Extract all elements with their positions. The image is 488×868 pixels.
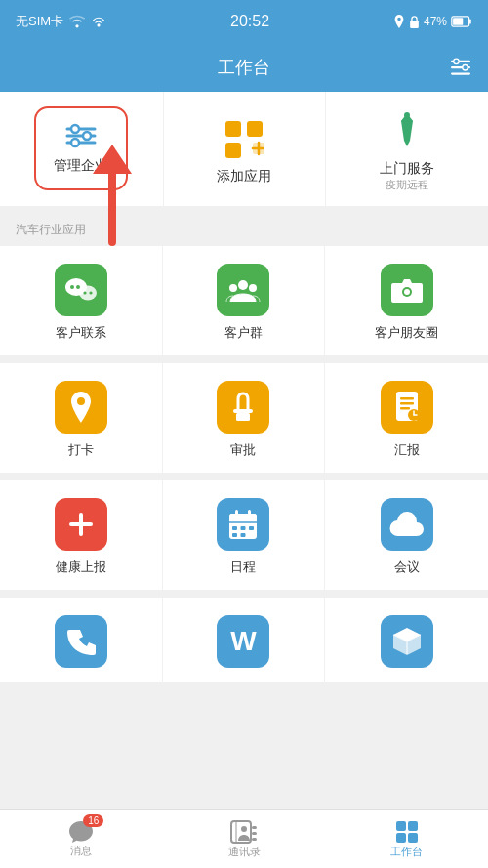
svg-rect-38 (400, 402, 414, 405)
health-report-label: 健康上报 (56, 558, 106, 576)
svg-rect-64 (252, 838, 257, 841)
location-pin-icon (67, 390, 95, 425)
nav-contacts[interactable]: 通讯录 (163, 810, 326, 868)
cloud-icon (389, 511, 425, 538)
nav-messages-label: 消息 (70, 844, 92, 858)
wechat-icon (64, 276, 98, 304)
svg-rect-3 (469, 19, 471, 23)
settings-button[interactable] (449, 58, 472, 77)
group-icon (225, 276, 261, 304)
status-left: 无SIM卡 (16, 13, 106, 30)
nav-workbench[interactable]: 工作台 (325, 810, 488, 868)
camera-icon (390, 275, 424, 305)
door-service-item[interactable]: 上门服务 疫期远程 (325, 92, 488, 206)
svg-point-22 (404, 112, 410, 118)
svg-rect-55 (241, 533, 246, 537)
box-icon (391, 626, 423, 657)
svg-rect-37 (400, 397, 414, 400)
page-title: 工作台 (218, 56, 270, 79)
word-letter: W (230, 626, 256, 657)
health-report-item[interactable]: 健康上报 (0, 480, 163, 590)
header: 工作台 (0, 43, 488, 92)
svg-point-14 (83, 132, 91, 140)
svg-rect-51 (232, 526, 237, 530)
schedule-item[interactable]: 日程 (163, 480, 326, 590)
svg-point-30 (229, 284, 237, 292)
word-item[interactable]: W (163, 598, 326, 682)
svg-rect-34 (233, 409, 253, 413)
hotspot-icon (91, 15, 106, 28)
app-grid-1: 客户联系 客户群 (0, 246, 488, 355)
svg-rect-68 (408, 833, 418, 843)
svg-rect-49 (235, 510, 238, 517)
meeting-label: 会议 (394, 558, 420, 576)
customer-contact-item[interactable]: 客户联系 (0, 246, 163, 355)
svg-point-27 (83, 291, 86, 294)
nav-contacts-label: 通讯录 (228, 845, 261, 859)
svg-rect-39 (400, 407, 410, 410)
svg-point-26 (79, 286, 97, 301)
svg-rect-1 (410, 21, 419, 28)
phone-item[interactable] (0, 598, 163, 682)
svg-point-31 (249, 284, 257, 292)
lock-icon (409, 16, 420, 28)
svg-point-61 (241, 826, 247, 832)
add-grid-icon (224, 119, 264, 160)
battery-icon (451, 16, 472, 27)
location-icon (393, 15, 405, 28)
contacts-icon (230, 819, 258, 845)
app-grid-4: W (0, 598, 488, 682)
checkin-item[interactable]: 打卡 (0, 363, 163, 473)
nav-messages[interactable]: 16 消息 (0, 810, 163, 868)
svg-point-25 (76, 285, 80, 289)
calendar-icon (227, 508, 259, 541)
schedule-label: 日程 (230, 558, 256, 576)
meeting-item[interactable]: 会议 (325, 480, 488, 590)
svg-rect-4 (453, 18, 463, 25)
svg-point-13 (71, 125, 79, 133)
approval-label: 审批 (230, 441, 256, 459)
time-label: 20:52 (230, 13, 269, 30)
svg-point-28 (89, 291, 92, 294)
svg-rect-62 (252, 826, 257, 829)
svg-rect-50 (248, 510, 251, 517)
add-app-item[interactable]: 添加应用 (163, 92, 326, 206)
customer-group-item[interactable]: 客户群 (163, 246, 326, 355)
svg-rect-60 (235, 821, 237, 843)
svg-rect-46 (229, 514, 257, 522)
svg-rect-67 (396, 833, 406, 843)
checkin-label: 打卡 (68, 441, 94, 459)
nav-workbench-label: 工作台 (390, 845, 423, 859)
svg-point-29 (238, 280, 248, 290)
section-label: 汽车行业应用 (16, 223, 86, 236)
approval-item[interactable]: 审批 (163, 363, 326, 473)
svg-point-33 (404, 289, 410, 295)
svg-rect-7 (451, 72, 470, 74)
door-service-label: 上门服务 (380, 160, 434, 178)
sliders-icon (63, 122, 99, 149)
tie-icon (391, 111, 423, 152)
carrier-label: 无SIM卡 (16, 13, 63, 30)
report-item[interactable]: 汇报 (325, 363, 488, 473)
svg-point-15 (71, 139, 79, 146)
battery-label: 47% (424, 15, 447, 28)
svg-rect-44 (69, 522, 93, 526)
svg-rect-52 (241, 526, 246, 530)
svg-rect-54 (232, 533, 237, 537)
health-icon (65, 509, 97, 540)
svg-rect-16 (225, 121, 241, 137)
section-header: 汽车行业应用 (0, 214, 488, 246)
stamp-icon (228, 390, 258, 425)
grid-icon (394, 819, 420, 845)
message-badge: 16 (83, 814, 103, 827)
report-icon (392, 390, 422, 425)
app-grid-2: 打卡 审批 (0, 363, 488, 473)
customer-moments-item[interactable]: 客户朋友圈 (325, 246, 488, 355)
app-grid-3: 健康上报 日程 (0, 480, 488, 590)
manage-enterprise-item[interactable]: 管理企业 (0, 92, 163, 206)
svg-rect-66 (408, 821, 418, 831)
svg-rect-17 (247, 121, 263, 137)
top-grid: 管理企业 添加应用 上门服务 疫期远程 (0, 92, 488, 206)
svg-point-9 (463, 65, 468, 70)
box-item[interactable] (325, 598, 488, 682)
